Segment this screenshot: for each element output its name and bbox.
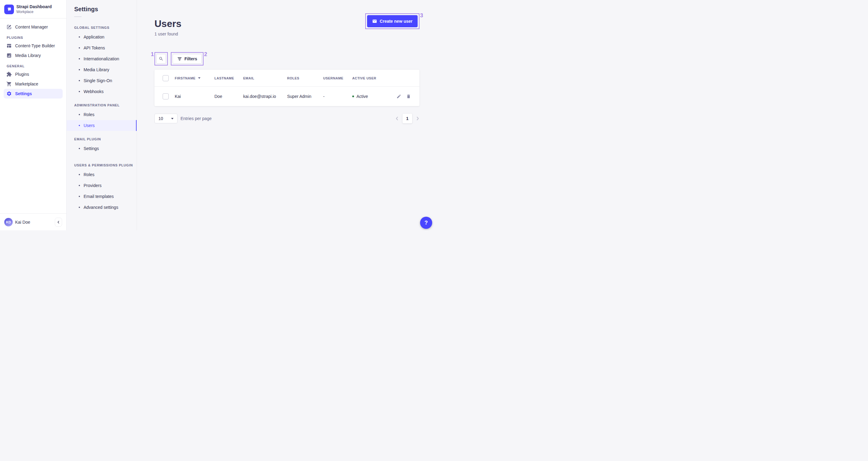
subnav-item-email-settings[interactable]: Settings: [67, 143, 136, 154]
pager: 1: [395, 114, 420, 123]
page-title-block: Users 1 user found: [154, 9, 181, 37]
page-title: Users: [154, 18, 181, 30]
sidebar-item-label: Content Manager: [15, 25, 48, 29]
subnav-item-label: Users: [84, 123, 95, 128]
sidebar-footer: KD Kai Doe: [0, 213, 66, 230]
sidebar-item-content-manager[interactable]: Content Manager: [4, 22, 63, 32]
subnav-item-admin-users[interactable]: Users: [67, 120, 136, 131]
sort-caret-icon: [198, 77, 200, 79]
media-library-icon: [6, 52, 12, 58]
bullet-icon: [79, 148, 80, 149]
header-lastname[interactable]: LASTNAME: [214, 76, 243, 80]
settings-subnav: Settings GLOBAL SETTINGS Application API…: [67, 0, 137, 230]
help-button[interactable]: ?: [420, 217, 432, 229]
subnav-item-label: Internationalization: [84, 56, 119, 61]
delete-user-button[interactable]: [406, 94, 411, 99]
bullet-icon: [79, 69, 80, 70]
subnav-title: Settings: [67, 5, 136, 13]
envelope-icon: [372, 19, 377, 24]
filter-icon: [177, 56, 182, 61]
subnav-item-webhooks[interactable]: Webhooks: [67, 86, 136, 97]
cell-active-user: Active: [352, 94, 389, 99]
next-page-button[interactable]: [416, 117, 420, 120]
entries-per-page-label: Entries per page: [181, 116, 212, 121]
annotation-box-2: 2 Filters: [171, 52, 204, 65]
bullet-icon: [79, 185, 80, 186]
header-email[interactable]: EMAIL: [243, 76, 287, 80]
sidebar-item-content-type-builder[interactable]: Content-Type Builder: [4, 41, 63, 51]
bullet-icon: [79, 80, 80, 81]
table-toolbar: 1 2 Filters: [154, 52, 420, 65]
chevron-left-icon: [395, 117, 399, 120]
subnav-item-label: Webhooks: [84, 89, 103, 94]
workspace-titles: Strapi Dashboard Workplace: [17, 4, 52, 14]
subnav-item-single-sign-on[interactable]: Single Sign-On: [67, 75, 136, 86]
subnav-item-advanced-settings[interactable]: Advanced settings: [67, 202, 136, 213]
subnav-item-label: Advanced settings: [84, 205, 118, 210]
subnav-item-admin-roles[interactable]: Roles: [67, 109, 136, 120]
chevron-right-icon: [416, 117, 420, 120]
subnav-item-api-tokens[interactable]: API Tokens: [67, 42, 136, 53]
subnav-item-providers[interactable]: Providers: [67, 180, 136, 191]
subnav-item-label: Single Sign-On: [84, 78, 112, 83]
previous-page-button[interactable]: [395, 117, 399, 120]
create-new-user-button[interactable]: Create new user: [367, 15, 417, 27]
shopping-cart-icon: [6, 81, 12, 87]
content-type-builder-icon: [6, 43, 12, 49]
sidebar-item-label: Content-Type Builder: [15, 44, 55, 48]
subnav-section-email-plugin: EMAIL PLUGIN: [74, 137, 136, 141]
subnav-item-application[interactable]: Application: [67, 31, 136, 42]
annotation-box-1: 1: [154, 52, 168, 65]
user-name[interactable]: Kai Doe: [15, 220, 30, 225]
bullet-icon: [79, 91, 80, 92]
annotation-label-1: 1: [151, 52, 154, 57]
subnav-item-up-roles[interactable]: Roles: [67, 169, 136, 180]
cell-email: kai.doe@strapi.io: [243, 94, 287, 99]
row-checkbox[interactable]: [163, 93, 169, 99]
sidebar-item-settings[interactable]: Settings: [4, 89, 63, 98]
subnav-item-internationalization[interactable]: Internationalization: [67, 53, 136, 64]
avatar[interactable]: KD: [4, 218, 13, 226]
main-content: Users 1 user found 3 Create new user 1: [137, 0, 434, 230]
workspace-header[interactable]: Strapi Dashboard Workplace: [0, 0, 66, 19]
entries-per-page-select[interactable]: 10: [154, 114, 178, 123]
subnav-item-email-templates[interactable]: Email templates: [67, 191, 136, 202]
page-number-button[interactable]: 1: [403, 114, 412, 123]
annotation-label-2: 2: [204, 52, 207, 57]
sidebar-item-media-library[interactable]: Media Library: [4, 51, 63, 60]
table-row[interactable]: Kai Doe kai.doe@strapi.io Super Admin - …: [154, 87, 420, 106]
header-roles[interactable]: ROLES: [287, 76, 323, 80]
subnav-item-media-library[interactable]: Media Library: [67, 64, 136, 75]
subnav-divider: [74, 17, 82, 17]
workspace-name: Workplace: [17, 10, 52, 14]
annotation-box-3: 3 Create new user: [365, 13, 420, 29]
cell-firstname: Kai: [175, 94, 214, 99]
subnav-item-label: Settings: [84, 146, 99, 151]
select-all-checkbox[interactable]: [163, 75, 169, 81]
sidebar-item-marketplace[interactable]: Marketplace: [4, 79, 63, 89]
bullet-icon: [79, 114, 80, 115]
subnav-item-label: Roles: [84, 172, 94, 177]
edit-user-button[interactable]: [397, 94, 401, 99]
strapi-logo-icon: [4, 4, 14, 14]
cell-lastname: Doe: [214, 94, 243, 99]
bullet-icon: [79, 174, 80, 175]
sidebar-item-label: Media Library: [15, 53, 41, 58]
header-firstname[interactable]: FIRSTNAME: [175, 76, 214, 80]
sidebar-item-plugins[interactable]: Plugins: [4, 69, 63, 79]
header-username[interactable]: USERNAME: [323, 76, 352, 80]
app-title: Strapi Dashboard: [17, 4, 52, 9]
chevron-down-icon: [171, 118, 174, 119]
search-icon: [159, 56, 163, 61]
active-status-dot-icon: [352, 95, 354, 97]
bullet-icon: [79, 58, 80, 59]
create-new-user-label: Create new user: [380, 19, 412, 24]
subnav-section-global-settings: GLOBAL SETTINGS: [74, 25, 136, 30]
search-button[interactable]: [156, 54, 166, 64]
filters-button[interactable]: Filters: [173, 54, 202, 64]
row-actions: [389, 94, 420, 99]
annotation-label-3: 3: [420, 13, 423, 18]
collapse-sidebar-button[interactable]: [55, 218, 62, 227]
strapi-admin-app: Strapi Dashboard Workplace Content Manag…: [0, 0, 434, 230]
header-active-user[interactable]: ACTIVE USER: [352, 76, 389, 80]
